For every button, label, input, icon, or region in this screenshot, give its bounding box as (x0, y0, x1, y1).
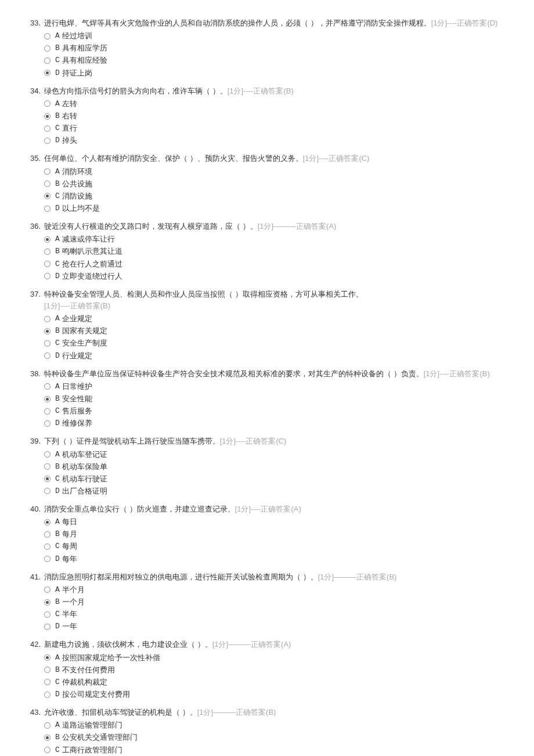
option-A[interactable]: A消防环境 (44, 166, 511, 178)
option-text: 右转 (62, 110, 77, 122)
option-B[interactable]: B鸣喇叭示意其让道 (44, 246, 511, 257)
radio-icon[interactable] (44, 340, 50, 347)
option-text: 按照国家规定给予一次性补偿 (62, 652, 160, 664)
option-C[interactable]: C售后服务 (44, 405, 511, 417)
radio-icon[interactable] (44, 543, 50, 550)
option-C[interactable]: C安全生产制度 (44, 337, 511, 349)
radio-icon[interactable] (44, 396, 50, 402)
option-C[interactable]: C具有相应经验 (44, 55, 511, 66)
option-C[interactable]: C直行 (44, 123, 511, 134)
radio-icon[interactable] (44, 193, 50, 199)
radio-icon[interactable] (44, 273, 50, 279)
radio-icon[interactable] (44, 316, 50, 322)
radio-icon[interactable] (44, 236, 50, 243)
radio-icon[interactable] (44, 138, 50, 144)
option-letter: D (55, 350, 60, 362)
radio-icon[interactable] (44, 599, 50, 606)
option-B[interactable]: B公安机关交通管理部门 (44, 732, 511, 743)
option-text: 具有相应经验 (62, 55, 107, 66)
option-text: 经过培训 (62, 30, 92, 42)
radio-icon[interactable] (44, 463, 50, 470)
radio-icon[interactable] (44, 33, 50, 39)
radio-icon[interactable] (44, 206, 50, 212)
radio-icon[interactable] (44, 611, 50, 618)
option-C[interactable]: C抢在行人之前通过 (44, 258, 511, 270)
radio-icon[interactable] (44, 181, 50, 187)
radio-icon[interactable] (44, 70, 50, 76)
option-D[interactable]: D掉头 (44, 135, 511, 146)
radio-icon[interactable] (44, 586, 50, 593)
option-D[interactable]: D持证上岗 (44, 67, 511, 79)
radio-icon[interactable] (44, 735, 50, 741)
option-A[interactable]: A左转 (44, 98, 511, 110)
radio-icon[interactable] (44, 624, 50, 630)
option-letter: A (55, 30, 60, 42)
option-text: 行业规定 (62, 350, 92, 362)
option-A[interactable]: A道路运输管理部门 (44, 719, 511, 731)
option-C[interactable]: C工商行政管理部门 (44, 744, 511, 756)
option-text: 仲裁机构裁定 (62, 676, 107, 688)
option-B[interactable]: B国家有关规定 (44, 325, 511, 337)
option-C[interactable]: C机动车行驶证 (44, 473, 511, 485)
radio-icon[interactable] (44, 519, 50, 525)
option-A[interactable]: A半个月 (44, 584, 511, 596)
radio-icon[interactable] (44, 420, 50, 427)
radio-icon[interactable] (44, 654, 50, 661)
option-D[interactable]: D行业规定 (44, 350, 511, 362)
option-A[interactable]: A经过培训 (44, 30, 511, 42)
option-B[interactable]: B公共设施 (44, 178, 511, 190)
option-text: 一个月 (62, 596, 85, 608)
radio-icon[interactable] (44, 408, 50, 415)
radio-icon[interactable] (44, 45, 50, 52)
option-D[interactable]: D维修保养 (44, 417, 511, 429)
option-D[interactable]: D每年 (44, 553, 511, 565)
option-A[interactable]: A按照国家规定给予一次性补偿 (44, 652, 511, 664)
option-B[interactable]: B一个月 (44, 596, 511, 608)
option-C[interactable]: C每周 (44, 541, 511, 552)
option-C[interactable]: C仲裁机构裁定 (44, 676, 511, 688)
option-B[interactable]: B每月 (44, 528, 511, 540)
radio-icon[interactable] (44, 328, 50, 334)
option-B[interactable]: B不支付任何费用 (44, 664, 511, 676)
radio-icon[interactable] (44, 383, 50, 390)
option-C[interactable]: C半年 (44, 609, 511, 620)
option-D[interactable]: D一年 (44, 621, 511, 632)
option-A[interactable]: A每日 (44, 516, 511, 528)
radio-icon[interactable] (44, 692, 50, 698)
question-number: 40. (23, 503, 44, 566)
option-D[interactable]: D按公司规定支付费用 (44, 689, 511, 700)
radio-icon[interactable] (44, 556, 50, 562)
radio-icon[interactable] (44, 125, 50, 132)
radio-icon[interactable] (44, 249, 50, 255)
radio-icon[interactable] (44, 168, 50, 175)
option-D[interactable]: D以上均不是 (44, 203, 511, 214)
radio-icon[interactable] (44, 531, 50, 538)
radio-icon[interactable] (44, 747, 50, 753)
radio-icon[interactable] (44, 488, 50, 494)
radio-icon[interactable] (44, 679, 50, 685)
option-B[interactable]: B安全性能 (44, 393, 511, 405)
radio-icon[interactable] (44, 451, 50, 458)
option-C[interactable]: C消防设施 (44, 190, 511, 202)
option-A[interactable]: A机动车登记证 (44, 449, 511, 460)
option-B[interactable]: B右转 (44, 110, 511, 122)
radio-icon[interactable] (44, 113, 50, 120)
option-D[interactable]: D立即变道绕过行人 (44, 271, 511, 282)
option-letter: C (55, 609, 60, 620)
radio-icon[interactable] (44, 476, 50, 482)
option-B[interactable]: B具有相应学历 (44, 42, 511, 54)
radio-icon[interactable] (44, 667, 50, 673)
question-stem: 下列（ ）证件是驾驶机动车上路行驶应当随车携带。 (44, 437, 220, 445)
options-list: A日常维护B安全性能C售后服务D维修保养 (44, 381, 511, 430)
radio-icon[interactable] (44, 352, 50, 359)
radio-icon[interactable] (44, 261, 50, 267)
option-A[interactable]: A减速或停车让行 (44, 233, 511, 245)
option-text: 不支付任何费用 (62, 664, 115, 676)
radio-icon[interactable] (44, 722, 50, 729)
radio-icon[interactable] (44, 57, 50, 64)
option-B[interactable]: B机动车保险单 (44, 461, 511, 473)
option-A[interactable]: A日常维护 (44, 381, 511, 393)
option-A[interactable]: A企业规定 (44, 313, 511, 325)
option-D[interactable]: D出厂合格证明 (44, 485, 511, 497)
radio-icon[interactable] (44, 100, 50, 107)
